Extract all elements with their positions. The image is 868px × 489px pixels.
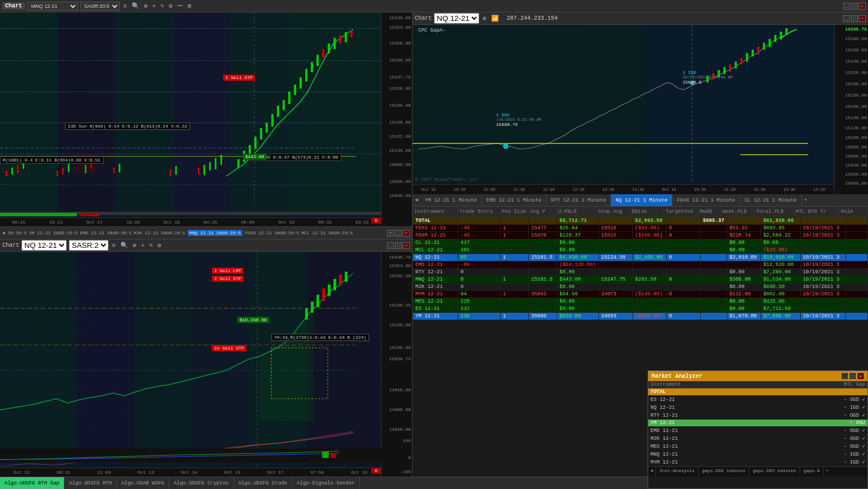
- ma-win-controls: _ □ ×: [841, 373, 864, 379]
- table-cell: NQ 12-21: [413, 254, 458, 261]
- ma-value: ↑ OGU: [797, 420, 865, 426]
- toolbar-icon-search[interactable]: 🔍: [131, 2, 141, 10]
- ma-row: EMD 12-21- OGD ✓: [648, 427, 867, 435]
- indicator-bar: [0, 212, 384, 215]
- bottom-tab-4[interactable]: Algo.UDSFG Crude: [234, 477, 292, 490]
- nq-sasr-selector[interactable]: SASR:20:12: [69, 240, 108, 251]
- ma-close-btn[interactable]: ×: [857, 373, 864, 379]
- time-label: Oct 19: [278, 220, 294, 225]
- ma-tab-1[interactable]: Inst-Analysis: [656, 467, 698, 477]
- close-btn-2[interactable]: ×: [403, 230, 410, 237]
- table-cell: 15101.5: [529, 254, 557, 261]
- tab-plus[interactable]: +: [802, 196, 810, 204]
- nq-tl-1: Oct 15: [422, 187, 436, 192]
- table-cell: [800, 305, 845, 313]
- svg-rect-32: [170, 169, 171, 176]
- bottom-max-btn[interactable]: □: [395, 242, 402, 249]
- svg-rect-30: [113, 168, 115, 173]
- tab-cl[interactable]: CL 12-21 1 Minute: [740, 194, 802, 207]
- table-cell: 1: [501, 225, 529, 232]
- bottom-tab-1[interactable]: Algo.UDSFG RTH: [64, 477, 117, 490]
- min-btn-3[interactable]: _: [395, 230, 402, 237]
- ma-tabs: ◄ Inst-Analysis gaps.OSG indices gaps.CN…: [648, 466, 867, 477]
- ma-max-btn[interactable]: □: [849, 373, 856, 379]
- bottom-chart-content[interactable]: 2 Sell LMT 2 Sell STP $10,150.00 2s Sell…: [0, 252, 412, 477]
- tab-fdax[interactable]: FDAX 12-21 1 Minute: [672, 194, 740, 207]
- instrument-selector[interactable]: MNQ 12-21: [27, 2, 78, 11]
- table-cell: $698.50: [761, 283, 800, 291]
- table-cell: 34993: [598, 313, 632, 320]
- svg-rect-78: [780, 32, 782, 40]
- tab-ym[interactable]: YM 12-21 1 Minute: [420, 194, 482, 207]
- table-cell: $7,712.50: [761, 305, 800, 313]
- toolbar-icon-b4[interactable]: +: [140, 242, 146, 249]
- bottom-tab-0[interactable]: Algo.UDSFG RTH Gap: [0, 477, 64, 490]
- ma-row: MYM 12-21- IGD ✓: [648, 459, 867, 466]
- table-cell: $0.00: [557, 269, 599, 276]
- tab-nq[interactable]: NQ 12-21 1 Minute: [611, 194, 672, 207]
- ma-min-btn[interactable]: _: [841, 373, 848, 379]
- toolbar-icon-plus[interactable]: +: [151, 3, 157, 10]
- nq-tl-13: 13:30: [783, 187, 795, 192]
- tab-rty[interactable]: RTY 12-21 1 Minute: [546, 194, 611, 207]
- close-btn[interactable]: ×: [859, 3, 866, 10]
- nq-chart-selector[interactable]: NQ 12-21: [434, 13, 479, 24]
- nq-close-btn[interactable]: ×: [859, 15, 866, 22]
- min-btn-2[interactable]: +: [387, 230, 394, 237]
- bottom-close-btn[interactable]: ×: [403, 242, 410, 249]
- ma-instrument: ES 12-21: [650, 397, 797, 403]
- table-cell: [845, 269, 867, 276]
- nq-toolbar-1[interactable]: ⊕: [481, 15, 488, 22]
- nq-instrument-selector[interactable]: NQ 12-21: [21, 240, 67, 251]
- toolbar-icon-zoom[interactable]: ⊕: [143, 2, 149, 10]
- toolbar-icon-b5[interactable]: ✎: [148, 242, 154, 249]
- nq-p-9: 15140.00: [845, 115, 867, 120]
- svg-rect-22: [11, 168, 13, 174]
- bottom-tab-2[interactable]: Algo.USAR WSFG: [117, 477, 170, 490]
- bottom-min-btn[interactable]: _: [387, 242, 394, 249]
- ma-tab-3[interactable]: gaps.CNY.indices: [749, 467, 800, 477]
- bottom-tab-3[interactable]: Algo.UDSFG Cryptos: [169, 477, 233, 490]
- table-cell: FDXM 12-21: [413, 232, 458, 239]
- bottom-tab-5[interactable]: Algo-Signals-Sender: [292, 477, 360, 490]
- top-chart[interactable]: 13D Sun R(950) 0.54 E:0.12 B(613)0.14 V:…: [0, 12, 412, 227]
- toolbar-icon-wave[interactable]: 〜: [176, 2, 184, 10]
- nq-min-btn[interactable]: _: [843, 15, 850, 22]
- price-b-5: 15150.00: [389, 322, 411, 328]
- ma-tab-arrow-left[interactable]: ◄: [648, 467, 656, 477]
- ma-tab-4[interactable]: gaps.A: [800, 467, 824, 477]
- indicator-green: [0, 213, 77, 216]
- toolbar-icon-bars[interactable]: ≡: [122, 3, 128, 10]
- table-cell: [845, 276, 867, 283]
- minimize-btn[interactable]: _: [843, 3, 850, 10]
- table-cell: 10/19/2021 3: [800, 261, 845, 269]
- sasr-selector[interactable]: SASR:20:5: [80, 2, 120, 11]
- table-cell: 0: [666, 225, 700, 232]
- ma-tab-2[interactable]: gaps.OSG indices: [698, 467, 749, 477]
- toolbar-icon-b2[interactable]: 🔍: [119, 242, 129, 249]
- maximize-btn[interactable]: □: [851, 3, 858, 10]
- nq-chart-canvas[interactable]: CPC GapA-: [413, 25, 868, 194]
- ma-col-header: Instrument MTL Gap: [648, 381, 867, 388]
- toolbar-icon-grid[interactable]: ⊞: [186, 2, 193, 10]
- tab-left-arrow[interactable]: ◄: [413, 196, 420, 204]
- toolbar-icon-b1[interactable]: ≡: [111, 242, 117, 249]
- table-cell: [632, 239, 666, 247]
- toolbar-icon-settings[interactable]: ⚙: [167, 2, 173, 10]
- table-cell: [666, 298, 700, 305]
- table-cell: $228.74: [727, 232, 761, 239]
- toolbar-icon-b3[interactable]: ⊕: [132, 242, 138, 249]
- table-cell: [632, 261, 666, 269]
- nq-chart-label: Chart: [415, 15, 432, 21]
- ma-row: RTY 12-21- OGD ✓: [648, 412, 867, 420]
- ma-tab-plus[interactable]: +: [824, 467, 831, 477]
- tab-emd[interactable]: EMD 12-21 1 Minute: [482, 194, 546, 207]
- toolbar-icon-b6[interactable]: ⚙: [156, 242, 162, 249]
- nq-toolbar-2[interactable]: 📶: [490, 15, 500, 22]
- svg-rect-49: [339, 274, 342, 286]
- toolbar-icon-draw[interactable]: ✎: [159, 2, 166, 10]
- table-cell: 15516: [598, 225, 632, 232]
- ind-label-3: EMD 12-21 SASR:20:5: [80, 230, 132, 235]
- nq-max-btn[interactable]: □: [851, 15, 858, 22]
- table-cell: $862.00: [761, 291, 800, 298]
